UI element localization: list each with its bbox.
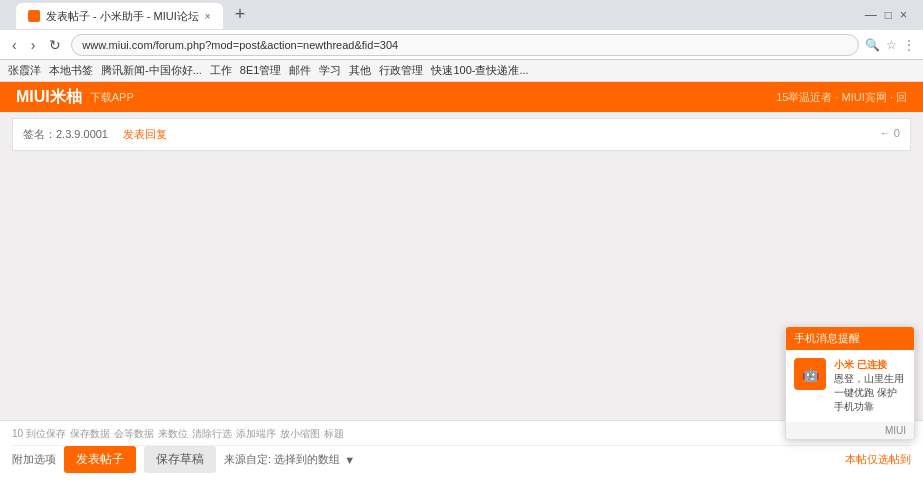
browser-chrome: 发表帖子 - 小米助手 - MIUI论坛 × + — □ × ‹ › ↻ 🔍 ☆… bbox=[0, 0, 923, 82]
notif-avatar: 🤖 bbox=[794, 358, 826, 390]
thread-sig: 签名：2.3.9.0001 bbox=[23, 128, 108, 140]
bookmark-zhangxiayang[interactable]: 张霞洋 bbox=[8, 63, 41, 78]
reply-toolbar: 10 到位保存 保存数据 会等数据 来数位 清除行选 添加端序 放小缩图 标题 bbox=[12, 427, 911, 446]
notif-body-text: 恩登，山里生用一键优跑 保护手机功靠 bbox=[834, 373, 904, 412]
attach-label: 附加选项 bbox=[12, 452, 56, 467]
notif-footer: MIUI bbox=[786, 422, 914, 439]
tab-close-btn[interactable]: × bbox=[205, 11, 211, 22]
dropdown-arrow-icon[interactable]: ▼ bbox=[344, 454, 355, 466]
search-icon: 🔍 bbox=[865, 38, 880, 52]
bookmark-work[interactable]: 工作 bbox=[210, 63, 232, 78]
post-thread-btn[interactable]: 发表帖子 bbox=[64, 446, 136, 473]
tab-favicon bbox=[28, 10, 40, 22]
address-bar[interactable] bbox=[71, 34, 859, 56]
notif-avatar-icon: 🤖 bbox=[802, 366, 819, 382]
this-post-link[interactable]: 本帖仅选帖到 bbox=[845, 452, 911, 467]
bookmark-8e1[interactable]: 8E1管理 bbox=[240, 63, 282, 78]
bookmark-mail[interactable]: 邮件 bbox=[289, 63, 311, 78]
browser-tabs: 发表帖子 - 小米助手 - MIUI论坛 × + bbox=[8, 1, 255, 29]
reply-input-area: 附加选项 发表帖子 保存草稿 来源自定: 选择到的数组 ▼ 本帖仅选帖到 bbox=[12, 446, 911, 473]
close-btn[interactable]: × bbox=[900, 8, 907, 22]
settings-icon[interactable]: ⋮ bbox=[903, 38, 915, 52]
miui-download-app[interactable]: 下载APP bbox=[90, 90, 134, 105]
browser-titlebar: 发表帖子 - 小米助手 - MIUI论坛 × + — □ × bbox=[0, 0, 923, 30]
notification-popup: 手机消息提醒 🤖 小米 已连接 恩登，山里生用一键优跑 保护手机功靠 MIUI bbox=[785, 326, 915, 440]
clear-row-btn[interactable]: 清除行选 bbox=[192, 427, 232, 441]
new-tab-btn[interactable]: + bbox=[225, 0, 256, 29]
notif-text: 小米 已连接 恩登，山里生用一键优跑 保护手机功靠 bbox=[834, 358, 906, 414]
back-btn[interactable]: ‹ bbox=[8, 35, 21, 55]
save-draft-btn[interactable]: 保存草稿 bbox=[144, 446, 216, 473]
toolbar-label: 10 到位保存 bbox=[12, 427, 66, 441]
emoticon-selector[interactable]: 来源自定: 选择到的数组 ▼ bbox=[224, 452, 355, 467]
miui-orange-bar: MIUI米柚 下载APP 15举温近者 · MIUI宾网 · 回 bbox=[0, 82, 923, 112]
bookmark-express[interactable]: 快速100-查快递准... bbox=[431, 63, 528, 78]
edit-signature[interactable]: 发表回复 bbox=[123, 128, 167, 140]
browser-toolbar: ‹ › ↻ 🔍 ☆ ⋮ bbox=[0, 30, 923, 60]
add-port-btn[interactable]: 添加端序 bbox=[236, 427, 276, 441]
bookmarks-bar: 张霞洋 本地书签 腾讯新闻-中国你好... 工作 8E1管理 邮件 学习 其他 … bbox=[0, 60, 923, 82]
active-tab[interactable]: 发表帖子 - 小米助手 - MIUI论坛 × bbox=[16, 3, 223, 29]
emoticon-label: 来源自定: 选择到的数组 bbox=[224, 452, 340, 467]
save-data-btn[interactable]: 保存数据 bbox=[70, 427, 110, 441]
bookmark-local[interactable]: 本地书签 bbox=[49, 63, 93, 78]
title-btn[interactable]: 标题 bbox=[324, 427, 344, 441]
bookmark-study[interactable]: 学习 bbox=[319, 63, 341, 78]
bookmark-admin[interactable]: 行政管理 bbox=[379, 63, 423, 78]
forward-btn[interactable]: › bbox=[27, 35, 40, 55]
page-content: MIUI米柚 下载APP 15举温近者 · MIUI宾网 · 回 签名：2.3.… bbox=[0, 82, 923, 500]
wait-data-btn[interactable]: 会等数据 bbox=[114, 427, 154, 441]
miui-logo: MIUI米柚 bbox=[16, 87, 82, 108]
like-count: ← 0 bbox=[880, 127, 900, 139]
refresh-btn[interactable]: ↻ bbox=[45, 35, 65, 55]
minimize-btn[interactable]: — bbox=[865, 8, 877, 22]
bookmark-tencent[interactable]: 腾讯新闻-中国你好... bbox=[101, 63, 202, 78]
bookmark-icon[interactable]: ☆ bbox=[886, 38, 897, 52]
user-info: 15举温近者 · MIUI宾网 · 回 bbox=[776, 90, 907, 105]
bookmark-other[interactable]: 其他 bbox=[349, 63, 371, 78]
notif-sender-name: 小米 已连接 bbox=[834, 359, 887, 370]
thread-meta-bar: 签名：2.3.9.0001 发表回复 ← 0 bbox=[12, 118, 911, 151]
notif-body: 🤖 小米 已连接 恩登，山里生用一键优跑 保护手机功靠 bbox=[786, 350, 914, 422]
notif-header: 手机消息提醒 bbox=[786, 327, 914, 350]
size-select-btn[interactable]: 来数位 bbox=[158, 427, 188, 441]
scale-btn[interactable]: 放小缩图 bbox=[280, 427, 320, 441]
tab-title: 发表帖子 - 小米助手 - MIUI论坛 bbox=[46, 9, 199, 24]
restore-btn[interactable]: □ bbox=[885, 8, 892, 22]
